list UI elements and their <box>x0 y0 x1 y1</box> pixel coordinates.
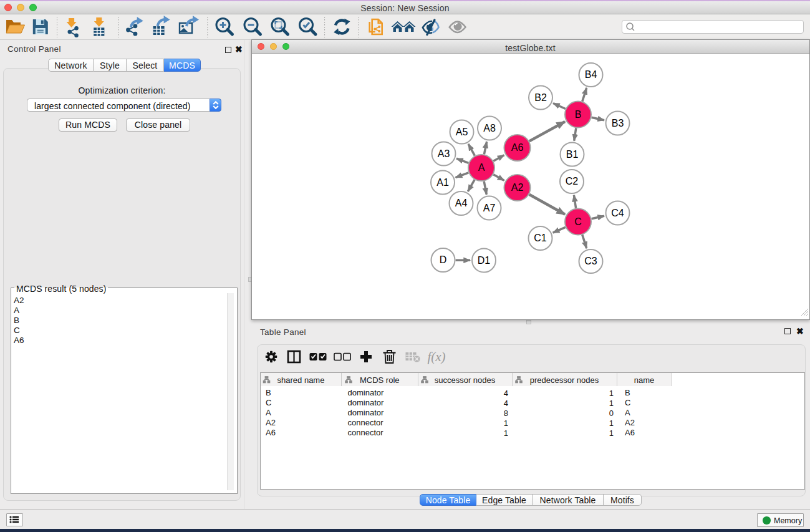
svg-text:f(x): f(x) <box>427 349 445 364</box>
svg-text:B2: B2 <box>534 92 547 103</box>
svg-text:C4: C4 <box>611 208 624 218</box>
svg-text:C2: C2 <box>566 176 579 186</box>
svg-text:D1: D1 <box>478 255 491 266</box>
svg-text:C1: C1 <box>534 233 547 243</box>
svg-text:A1: A1 <box>436 177 449 188</box>
svg-text:C: C <box>574 216 582 227</box>
svg-text:A: A <box>478 162 485 173</box>
svg-text:B4: B4 <box>585 69 597 80</box>
svg-text:B: B <box>575 109 582 120</box>
svg-text:A3: A3 <box>438 148 450 159</box>
svg-text:A4: A4 <box>455 198 468 208</box>
svg-text:A7: A7 <box>483 203 496 213</box>
svg-text:A5: A5 <box>456 127 468 137</box>
svg-text:B3: B3 <box>612 118 624 128</box>
svg-text:C3: C3 <box>584 256 597 266</box>
svg-text:A6: A6 <box>511 142 524 153</box>
svg-text:A8: A8 <box>483 123 496 133</box>
svg-text:D: D <box>440 254 447 265</box>
svg-text:A2: A2 <box>511 182 524 193</box>
svg-text:B1: B1 <box>566 149 579 160</box>
